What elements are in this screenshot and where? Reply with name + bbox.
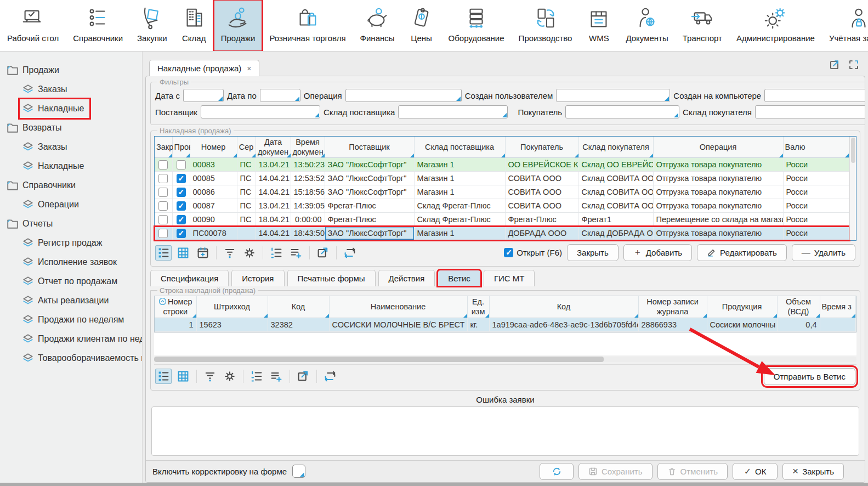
operation-input[interactable]: [345, 89, 462, 102]
tab-print-forms[interactable]: Печатные формы: [287, 270, 376, 286]
settings-gear-button[interactable]: [222, 369, 238, 384]
error-request-textarea[interactable]: [151, 406, 859, 456]
numbered-list-button[interactable]: [248, 369, 265, 384]
invoice-row[interactable]: 00087ПС13.04.2114:39:05Фрегат-ПлюсСклад …: [155, 199, 849, 213]
sidebar-item-return-orders[interactable]: Заказы: [5, 137, 142, 156]
open-external-button[interactable]: [295, 369, 311, 384]
toolbar-item-desktop[interactable]: Рабочий стол: [0, 0, 66, 51]
list-view-button[interactable]: [155, 245, 172, 261]
created-on-computer-input[interactable]: [764, 89, 865, 102]
toolbar-item-purchases[interactable]: Закупки: [130, 0, 174, 51]
invoice-row[interactable]: 00085ПС14.04.2112:53:52ЗАО "ЛюксСофтТорг…: [155, 172, 849, 185]
closed-checkbox[interactable]: [158, 215, 168, 224]
toolbar-item-account[interactable]: Учётная запись: [822, 0, 868, 51]
toolbar-item-warehouse[interactable]: Склад: [174, 0, 214, 51]
edit-invoice-button[interactable]: Редактировать: [697, 244, 787, 261]
created-by-user-input[interactable]: [556, 89, 670, 102]
invoices-header-row[interactable]: ЗакрПровНомерСерДата докуменВремя докуме…: [155, 137, 849, 158]
add-row-button[interactable]: [288, 245, 304, 261]
checked-checkbox[interactable]: [177, 174, 186, 183]
cancel-button[interactable]: Отменить: [657, 463, 728, 480]
ok-button[interactable]: ✓ОК: [733, 463, 778, 480]
toolbar-item-sales[interactable]: Продажи: [214, 0, 263, 51]
tab-gis-mt[interactable]: ГИС МТ: [484, 270, 535, 286]
open-f6-checkbox-box[interactable]: [504, 248, 513, 257]
save-button[interactable]: Сохранить: [578, 463, 653, 480]
toolbar-item-production[interactable]: Производство: [512, 0, 580, 51]
open-external-button[interactable]: [315, 245, 331, 261]
sort-ascending-icon[interactable]: [158, 297, 167, 306]
refresh-button[interactable]: [322, 369, 338, 384]
sidebar-item-sales-register[interactable]: Регистр продаж: [5, 233, 142, 252]
grid-view-button[interactable]: [175, 369, 191, 384]
toolbar-item-documents[interactable]: Документы: [619, 0, 675, 51]
sidebar-item-request-fulfillment[interactable]: Исполнение заявок: [5, 252, 142, 272]
closed-checkbox[interactable]: [158, 201, 168, 211]
add-row-button[interactable]: [268, 369, 285, 384]
tab-invoices-sale[interactable]: Накладные (продажа) ×: [149, 60, 259, 76]
toolbar-item-transport[interactable]: Транспорт: [676, 0, 729, 51]
add-invoice-button[interactable]: ＋Добавить: [623, 244, 692, 261]
delete-invoice-button[interactable]: —Удалить: [792, 244, 855, 261]
close-invoice-button[interactable]: Закрыть: [567, 244, 619, 261]
fullscreen-icon[interactable]: [847, 58, 860, 71]
closed-checkbox[interactable]: [158, 160, 168, 169]
refresh-button[interactable]: [342, 245, 358, 261]
sidebar-item-client-sales-by-week[interactable]: Продажи клиентам по неделям: [5, 329, 142, 348]
sidebar-item-turnover[interactable]: Товарооборачиваемость по п: [5, 348, 142, 368]
correction-checkbox[interactable]: [292, 465, 305, 478]
toolbar-item-catalogs[interactable]: Справочники: [66, 0, 130, 51]
sidebar-item-realization-acts[interactable]: Акты реализации: [5, 291, 142, 310]
lines-horizontal-scrollbar[interactable]: [154, 357, 856, 362]
sidebar-item-invoices[interactable]: Накладные: [5, 99, 142, 118]
date-to-input[interactable]: [260, 89, 300, 102]
sidebar-item-return-invoices[interactable]: Накладные: [5, 156, 142, 176]
sidebar-item-sales-by-week[interactable]: Продажи по неделям: [5, 310, 142, 329]
checked-checkbox[interactable]: [177, 229, 186, 238]
line-row-selected[interactable]: 11562332382СОСИСКИ МОЛОЧНЫЕ В/С БРЕСТ 1к…: [155, 318, 856, 331]
filter-button[interactable]: [202, 369, 218, 384]
sidebar-item-operations[interactable]: Операции: [5, 195, 142, 214]
toolbar-item-wms[interactable]: WMS: [579, 0, 619, 51]
checked-checkbox[interactable]: [177, 215, 186, 224]
sidebar-item-sales-report[interactable]: Отчет по продажам: [5, 272, 142, 291]
checked-checkbox[interactable]: [177, 160, 186, 169]
toolbar-item-retail[interactable]: Розничная торговля: [262, 0, 353, 51]
checked-checkbox[interactable]: [177, 188, 186, 197]
invoice-row[interactable]: 00083ПС13.04.2113:50:23ЗАО "ЛюксСофтТорг…: [155, 158, 849, 172]
tab-history[interactable]: История: [231, 270, 284, 286]
send-to-vetis-button[interactable]: Отправить в Ветис: [764, 368, 855, 385]
grid-view-button[interactable]: [175, 245, 191, 261]
calendar-button[interactable]: [195, 245, 211, 261]
checked-checkbox[interactable]: [177, 201, 186, 211]
close-form-button[interactable]: ×Закрыть: [782, 463, 844, 480]
buyer-input[interactable]: [565, 105, 679, 118]
supplier-store-input[interactable]: [398, 105, 508, 118]
closed-checkbox[interactable]: [158, 188, 168, 197]
sidebar-item-orders[interactable]: Заказы: [5, 80, 142, 99]
open-f6-checkbox[interactable]: Открыт (F6): [504, 248, 562, 257]
numbered-list-button[interactable]: [268, 245, 285, 261]
tab-actions[interactable]: Действия: [378, 270, 435, 286]
refresh-form-button[interactable]: [540, 463, 574, 480]
tab-vetis[interactable]: Ветис: [438, 270, 481, 286]
sidebar-folder-reports[interactable]: Отчеты: [5, 214, 142, 233]
sidebar-folder-catalogs[interactable]: Справочники: [5, 176, 142, 195]
sidebar-folder-returns[interactable]: Возвраты: [5, 118, 142, 137]
lines-header-row[interactable]: Номер строки ШтрихкодКодНаименованиеЕд. …: [155, 296, 856, 318]
date-from-input[interactable]: [183, 89, 224, 102]
toolbar-item-prices[interactable]: Цены: [402, 0, 441, 51]
invoice-row[interactable]: 00086ПС14.04.2115:18:56ЗАО "ЛюксСофтТорг…: [155, 185, 849, 199]
closed-checkbox[interactable]: [158, 174, 168, 183]
sidebar-folder-sales[interactable]: Продажи: [5, 60, 142, 80]
tab-close-icon[interactable]: ×: [247, 64, 251, 73]
toolbar-item-finance[interactable]: Финансы: [353, 0, 402, 51]
buyer-store-input[interactable]: [755, 105, 865, 118]
filter-button[interactable]: [222, 245, 238, 261]
toolbar-item-administration[interactable]: Администрирование: [729, 0, 822, 51]
settings-gear-button[interactable]: [241, 245, 258, 261]
tab-specification[interactable]: Спецификация: [150, 270, 229, 286]
table-vertical-scrollbar[interactable]: [849, 137, 856, 240]
invoice-row[interactable]: 00090ПС18.04.210:00:00Фрегат-ПлюсСклад Ф…: [155, 213, 849, 227]
open-in-window-icon[interactable]: [829, 58, 842, 71]
